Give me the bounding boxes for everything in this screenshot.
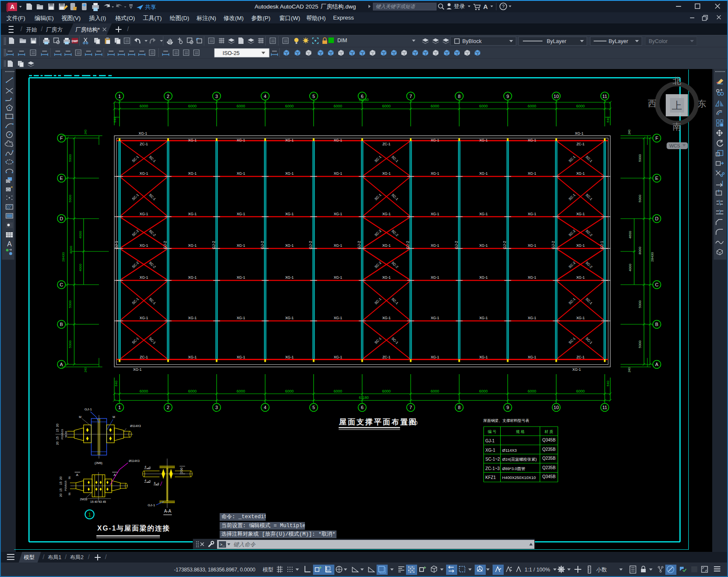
svg-text:F: F (60, 136, 63, 141)
svg-text:SC-1: SC-1 (585, 337, 593, 345)
svg-text:XG-1: XG-1 (285, 138, 294, 142)
svg-text:9: 9 (506, 94, 509, 99)
svg-text:XG-1: XG-1 (528, 316, 536, 320)
svg-text:XG-1: XG-1 (334, 212, 342, 216)
svg-text:A: A (76, 473, 78, 477)
svg-text:3: 3 (215, 94, 218, 99)
svg-text:5: 5 (312, 405, 315, 410)
svg-text:E: E (655, 176, 658, 181)
svg-text:XG-1: XG-1 (139, 243, 148, 248)
svg-text:ISO-25: ISO-25 (223, 50, 240, 56)
svg-text:5000: 5000 (68, 300, 72, 308)
svg-text:6000: 6000 (237, 104, 245, 108)
svg-text:共享: 共享 (145, 4, 156, 10)
svg-text:5000: 5000 (638, 154, 642, 162)
svg-text:XG-1: XG-1 (576, 243, 585, 248)
svg-text:GJ-2: GJ-2 (454, 241, 458, 249)
svg-text:XG-1: XG-1 (285, 275, 294, 280)
svg-text:Q345B: Q345B (542, 474, 555, 479)
svg-text:XG-1: XG-1 (285, 171, 294, 176)
svg-text:C: C (655, 282, 658, 287)
svg-text:南: 南 (673, 122, 681, 131)
svg-text:6000: 6000 (334, 389, 342, 393)
svg-text:20: 20 (56, 424, 59, 427)
svg-text:6000: 6000 (479, 389, 488, 393)
svg-text:1:100: 1:100 (405, 420, 418, 426)
svg-text:小数: 小数 (596, 567, 607, 573)
svg-text:>_: >_ (220, 543, 225, 547)
svg-text:11: 11 (602, 405, 607, 410)
svg-text:ZC-1: ZC-1 (383, 355, 391, 359)
svg-text:6000: 6000 (431, 389, 439, 393)
svg-text:200: 200 (180, 467, 183, 473)
svg-text:XG-1: XG-1 (139, 171, 148, 176)
svg-text:4000: 4000 (78, 264, 82, 271)
svg-text:GJ-1: GJ-1 (600, 241, 604, 249)
svg-text:GJ-2: GJ-2 (163, 241, 167, 249)
svg-text:XG-1: XG-1 (431, 243, 439, 248)
svg-text:ZC-1: ZC-1 (140, 142, 148, 146)
svg-text:XG-1: XG-1 (479, 355, 488, 359)
svg-text:ZC-1: ZC-1 (577, 355, 585, 359)
svg-text:XG-1: XG-1 (431, 212, 439, 216)
svg-text:A-A: A-A (164, 509, 171, 514)
svg-text:XG-1: XG-1 (285, 316, 294, 320)
svg-text:6000: 6000 (334, 104, 342, 108)
svg-text:4: 4 (145, 479, 146, 482)
svg-text:XG-1: XG-1 (382, 275, 391, 280)
svg-text:XG-1: XG-1 (285, 355, 294, 359)
svg-text:西: 西 (648, 99, 656, 108)
svg-text:XG-1: XG-1 (575, 131, 583, 136)
svg-text:XG-1: XG-1 (382, 243, 391, 248)
svg-text:D: D (60, 216, 63, 221)
svg-text:ByColor: ByColor (649, 38, 667, 44)
svg-text:XG-1: XG-1 (139, 316, 148, 320)
svg-text:20: 20 (59, 476, 62, 480)
svg-text:XG-1: XG-1 (188, 138, 197, 142)
svg-text:20: 20 (56, 441, 59, 445)
svg-text:4: 4 (264, 94, 267, 99)
svg-text:厂房结构.dwg: 厂房结构.dwg (321, 3, 356, 10)
svg-text:4: 4 (145, 465, 146, 468)
svg-text:28430: 28430 (61, 252, 65, 262)
svg-text:8000: 8000 (638, 247, 642, 254)
svg-text:55: 55 (68, 492, 71, 495)
svg-text:XG-1: XG-1 (334, 316, 342, 320)
svg-text:SC-1: SC-1 (391, 297, 399, 306)
svg-text:键入关键字或短语: 键入关键字或短语 (376, 4, 416, 9)
svg-text:XG-1: XG-1 (139, 131, 147, 136)
svg-text:4000: 4000 (78, 231, 82, 239)
svg-text:XG-1: XG-1 (576, 171, 585, 176)
svg-text:7: 7 (409, 405, 412, 410)
svg-text:5000: 5000 (68, 154, 72, 162)
svg-text:A: A (655, 362, 658, 367)
svg-text:编 号: 编 号 (487, 430, 496, 434)
svg-text:SC-1: SC-1 (374, 193, 383, 202)
svg-text:2M16: 2M16 (80, 498, 87, 501)
svg-text:XG-1: XG-1 (237, 275, 245, 280)
svg-text:GJ-1: GJ-1 (485, 439, 495, 443)
svg-text:GJ-2: GJ-2 (212, 241, 216, 249)
svg-text:Q345B: Q345B (542, 438, 555, 442)
svg-text:XG-1: XG-1 (479, 316, 488, 320)
svg-text:61180: 61180 (359, 98, 368, 102)
svg-text:XG-1: XG-1 (188, 316, 197, 320)
svg-text:SC-1: SC-1 (148, 193, 157, 202)
svg-text:SC-1: SC-1 (148, 337, 157, 345)
svg-text:55: 55 (68, 476, 71, 479)
svg-text:6000: 6000 (479, 104, 488, 108)
svg-text:XG-1: XG-1 (139, 212, 148, 216)
svg-text:15: 15 (59, 488, 62, 492)
svg-text:2: 2 (167, 405, 169, 410)
svg-text:GJ-2: GJ-2 (551, 241, 555, 249)
svg-text:A: A (7, 240, 12, 248)
svg-text:ByBlock: ByBlock (462, 38, 482, 44)
svg-text:5000: 5000 (68, 340, 72, 348)
svg-text:XG-1: XG-1 (576, 316, 585, 320)
svg-text:A: A (10, 3, 15, 10)
svg-text:Q235B: Q235B (542, 456, 555, 461)
svg-text:6000: 6000 (188, 104, 197, 108)
svg-text:XG-1: XG-1 (188, 243, 197, 248)
svg-text:XG-1: XG-1 (188, 275, 197, 280)
svg-text:?: ? (502, 4, 505, 9)
